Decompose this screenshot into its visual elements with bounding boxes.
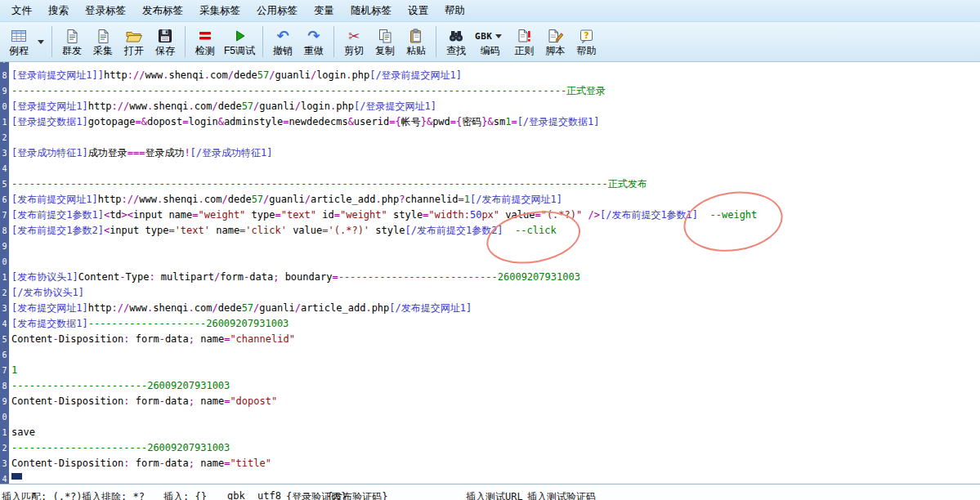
line-number: 6 [0,347,9,363]
editor-line[interactable]: 3[发布提交网址1]http://www.shenqi.com/dede57/g… [0,301,980,316]
editor-line[interactable]: 5Content-Disposition: form-data; name="c… [0,332,980,347]
toolbar-separator [333,26,334,57]
menu-common-tags[interactable]: 公用标签 [248,0,306,22]
editor-line[interactable]: 8[登录前提交网址1]]http://www.shenqi.com/dede57… [0,68,980,83]
editor-line[interactable]: 7 [0,62,980,68]
click-red-ellipse-annotation: --click [515,223,557,239]
status-publish-captcha[interactable]: {发布验证码} [327,490,387,500]
toolbar-button-regex[interactable]: 正则 [508,23,539,60]
line-number: 0 [0,99,9,114]
editor-line[interactable]: 8-----------------------26009207931003 [0,378,980,394]
status-gbk[interactable]: gbk [227,490,245,500]
toolbar-label: 编码 [481,45,500,56]
editor-line[interactable]: 71 [0,363,980,378]
code-text: [登录提交网址1]http://www.shenqi.com/dede57/gu… [9,99,436,114]
menu-help[interactable]: 帮助 [436,0,473,22]
toolbar-button-script[interactable]: 脚本 [539,23,571,60]
editor-line[interactable]: 4 [0,471,980,484]
menu-random-tags[interactable]: 随机标签 [342,0,400,22]
toolbar-button-check[interactable]: 检测 [190,23,221,60]
toolbar-button-open[interactable]: 打开 [119,23,150,60]
editor-line[interactable]: 6 [0,347,980,363]
menu-search[interactable]: 搜索 [40,0,77,22]
editor-line[interactable]: 0 [0,254,980,270]
paste-clipboard-icon [409,27,423,45]
status-insert-test-url[interactable]: 插入测试URL [466,490,523,500]
status-insert-exclude[interactable]: 插入排除: *? [82,490,145,500]
toolbar-button-find[interactable]: 查找 [441,23,472,60]
editor-line[interactable]: 2-----------------------26009207931003 [0,440,980,456]
menu-publish-tags[interactable]: 发布标签 [134,0,191,22]
code-text: [发布提交数据1]--------------------26009207931… [9,316,289,332]
toolbar-button-cut[interactable]: ✂ 剪切 [338,23,369,60]
save-floppy-icon [158,27,172,45]
line-number: 5 [0,176,9,192]
editor-line[interactable]: 6[发布前提交网址1]http://www.shenqi.com/dede57/… [0,192,980,208]
editor-line[interactable]: 2[/发布协议头1] [0,285,980,301]
toolbar-button-collect[interactable]: 采集 [87,23,119,60]
toolbar-button-help[interactable]: ? 帮助 [571,23,602,60]
menu-login-tags[interactable]: 登录标签 [77,0,134,22]
editor-line[interactable]: 0 [0,409,980,425]
editor-line[interactable]: 3[登录成功特征1]成功登录===登录成功![/登录成功特征1] [0,145,980,161]
toolbar-button-f5-debug[interactable]: F5调试 [221,23,258,60]
editor-line[interactable]: 1[发布协议头1]Content-Type: multipart/form-da… [0,270,980,285]
weight-red-ellipse-annotation: --weight [710,208,758,223]
toolbar-button-encoding[interactable]: GBK 编码 [472,23,508,60]
code-text [9,254,11,270]
code-text: [登录成功特征1]成功登录===登录成功![/登录成功特征1] [9,145,273,161]
editor-line[interactable]: 4 [0,161,980,176]
code-text [9,62,11,68]
status-insert-match[interactable]: 插入匹配: (.*?) [2,490,83,500]
line-number: 3 [0,145,9,161]
toolbar-separator [51,26,52,57]
toolbar-button-undo[interactable]: ↶ 撤销 [267,23,298,60]
editor-line[interactable]: 8[发布前提交1参数2]<input type='text' name='cli… [0,223,980,239]
toolbar-button-bulk-send[interactable]: 群发 [56,23,87,60]
editor-line[interactable]: 9Content-Disposition: form-data; name="d… [0,394,980,409]
toolbar-button-paste[interactable]: 粘贴 [401,23,432,60]
check-red-bars-icon [198,27,213,45]
editor-line[interactable]: 1[登录提交数据1]gotopage=&dopost=login&adminst… [0,114,980,130]
status-insert-test-captcha[interactable]: 插入测试验证码 [527,490,596,500]
toolbar-button-save[interactable]: 保存 [150,23,181,60]
menu-file[interactable]: 文件 [3,0,40,22]
code-text [9,239,11,254]
editor-line[interactable]: 4[发布提交数据1]--------------------2600920793… [0,316,980,332]
menu-settings[interactable]: 设置 [400,0,436,22]
status-utf8[interactable]: utf8 [257,490,281,500]
line-number: 3 [0,456,9,471]
code-text: [发布前提交网址1]http://www.shenqi.com/dede57/g… [9,192,562,208]
toolbar-button-example[interactable]: 例程 [3,23,34,60]
menu-collect-tags[interactable]: 采集标签 [191,0,248,22]
script-document-icon [547,27,563,45]
editor-line[interactable]: 0[登录提交网址1]http://www.shenqi.com/dede57/g… [0,99,980,114]
code-text: [登录提交数据1]gotopage=&dopost=login&adminsty… [9,114,600,130]
code-editor[interactable]: 78[登录前提交网址1]]http://www.shenqi.com/dede5… [0,62,980,484]
debug-play-icon [232,27,247,45]
code-text: save [9,425,35,440]
toolbar-button-copy[interactable]: 复制 [369,23,401,60]
line-number: 7 [0,208,9,223]
line-number: 9 [0,394,9,409]
code-text [9,130,11,145]
status-bar: 插入匹配: (.*?) 插入排除: *? 插入: {} gbk utf8 {登录… [0,484,980,500]
editor-line[interactable]: 2 [0,130,980,145]
editor-line[interactable]: 3Content-Disposition: form-data; name="t… [0,456,980,471]
encoding-dropdown-arrow-icon[interactable] [495,34,502,38]
line-number: 2 [0,440,9,456]
toolbar-label: 撤销 [273,45,293,56]
menu-variables[interactable]: 变量 [306,0,342,22]
line-number: 8 [0,68,9,83]
editor-line[interactable]: 7[发布前提交1参数1]<td><input name="weight" typ… [0,208,980,223]
editor-line[interactable]: 1save [0,425,980,440]
open-folder-icon [125,27,143,45]
example-dropdown-arrow-icon[interactable] [38,40,44,44]
toolbar-button-redo[interactable]: ↷ 重做 [298,23,329,60]
code-text [9,409,11,425]
editor-line[interactable]: 9 [0,239,980,254]
editor-line[interactable]: 9---------------------------------------… [0,83,980,99]
editor-line[interactable]: 5---------------------------------------… [0,176,980,192]
undo-arrow-icon: ↶ [276,27,289,45]
status-insert-braces[interactable]: 插入: {} [163,490,207,500]
